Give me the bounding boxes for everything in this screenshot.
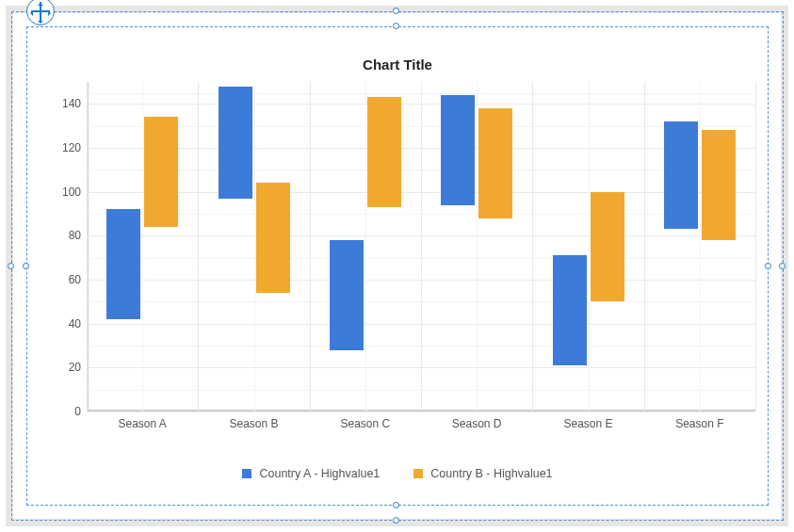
y-tick-label: 100 (62, 185, 81, 199)
legend-label: Country A - Highvalue1 (259, 467, 380, 480)
gridline-v-minor (142, 82, 143, 411)
legend-item-country-b[interactable]: Country B - Highvalue1 (413, 467, 552, 480)
resize-handle-top[interactable] (393, 8, 399, 14)
x-tick-label: Season C (340, 417, 390, 430)
bar-country-b[interactable] (144, 117, 178, 227)
gridline-v (532, 82, 533, 411)
gridline-v (421, 82, 422, 411)
y-tick-label: 140 (62, 97, 81, 110)
resize-handle-inner-right[interactable] (765, 263, 771, 269)
y-tick-label: 80 (69, 229, 81, 242)
y-tick-label: 0 (74, 405, 81, 418)
gridline-v-minor (254, 82, 255, 411)
bar-country-b[interactable] (256, 183, 290, 293)
plot-area[interactable]: 020406080100120140Season ASeason BSeason… (87, 82, 755, 411)
bar-country-b[interactable] (702, 130, 736, 240)
gridline-v (755, 82, 756, 411)
y-tick-label: 20 (69, 361, 81, 374)
gridline-v (310, 82, 311, 411)
resize-handle-inner-top[interactable] (393, 23, 399, 29)
move-arrow-right-icon (48, 10, 54, 16)
resize-handle-inner-left[interactable] (23, 263, 29, 269)
resize-handle-bottom[interactable] (393, 517, 399, 524)
bar-country-a[interactable] (441, 95, 475, 205)
move-arrow-left-icon (27, 10, 33, 16)
chart-object[interactable]: Chart Title 020406080100120140Season ASe… (30, 30, 765, 501)
y-tick-label: 40 (69, 317, 81, 330)
x-tick-label: Season B (229, 417, 278, 430)
bar-country-a[interactable] (219, 87, 252, 199)
gridline-v (644, 82, 645, 411)
x-tick-label: Season A (118, 417, 166, 430)
legend-item-country-a[interactable]: Country A - Highvalue1 (242, 467, 380, 480)
x-tick-label: Season D (452, 417, 502, 430)
bar-country-b[interactable] (367, 97, 401, 207)
bar-country-b[interactable] (478, 108, 512, 218)
move-arrow-up-icon (38, 0, 43, 6)
gridline-h (87, 411, 755, 412)
gridline-v-minor (700, 82, 701, 411)
move-arrow-down-icon (38, 21, 43, 26)
gridline-v (87, 82, 88, 411)
bar-country-a[interactable] (664, 121, 698, 229)
resize-handle-left[interactable] (8, 263, 14, 269)
chart-legend[interactable]: Country A - Highvalue1 Country B - Highv… (30, 467, 765, 480)
x-tick-label: Season F (675, 417, 723, 430)
gridline-v (198, 82, 199, 411)
resize-handle-inner-bottom[interactable] (393, 502, 399, 508)
chart-title[interactable]: Chart Title (30, 30, 765, 73)
x-tick-label: Season E (563, 417, 612, 430)
y-tick-label: 120 (62, 141, 81, 154)
bar-country-a[interactable] (553, 255, 587, 365)
legend-swatch-icon (413, 469, 423, 478)
bar-country-a[interactable] (106, 209, 140, 319)
bar-country-b[interactable] (591, 192, 624, 302)
gridline-v-minor (365, 82, 366, 411)
gridline-v-minor (477, 82, 478, 411)
y-tick-label: 60 (69, 273, 81, 286)
gridline-v-minor (589, 82, 590, 411)
bar-country-a[interactable] (330, 240, 364, 350)
legend-label: Country B - Highvalue1 (430, 467, 552, 480)
legend-swatch-icon (242, 469, 251, 478)
resize-handle-right[interactable] (779, 263, 786, 269)
